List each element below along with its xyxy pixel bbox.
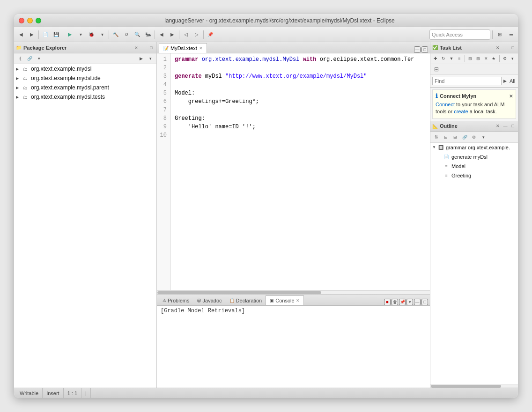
task-settings-button[interactable]: ⚙ bbox=[502, 54, 509, 63]
outline-expand-button[interactable]: ⊞ bbox=[451, 133, 459, 141]
tab-console[interactable]: ▣ Console ✕ bbox=[266, 295, 303, 305]
task-delete-button[interactable]: ✕ bbox=[482, 54, 489, 63]
outline-item-greeting[interactable]: ≡ Greeting bbox=[430, 171, 518, 180]
nav-back-button[interactable]: ◁ bbox=[181, 29, 191, 40]
link-editor-button[interactable]: 🔗 bbox=[25, 54, 34, 63]
close-task-button[interactable]: ✕ bbox=[495, 44, 501, 51]
project-icon-2: 🗂 bbox=[22, 74, 29, 82]
javadoc-icon: @ bbox=[197, 298, 201, 303]
editor-content[interactable]: 12345678910 grammar org.xtext.example.my… bbox=[157, 53, 430, 290]
outline-arrow-grammar: ▼ bbox=[432, 145, 437, 149]
task-filter-button[interactable]: ▼ bbox=[448, 54, 455, 63]
maximize-console-button[interactable]: □ bbox=[421, 299, 428, 305]
editor-tab-close[interactable]: ✕ bbox=[199, 46, 203, 51]
task-search-arrow[interactable]: ▶ bbox=[503, 79, 507, 83]
new-task-button[interactable]: ✚ bbox=[432, 54, 439, 63]
outline-scrollbar-h[interactable] bbox=[430, 384, 518, 388]
mylyn-close-button[interactable]: ✕ bbox=[509, 94, 513, 99]
separator-5 bbox=[179, 30, 179, 39]
close-button[interactable] bbox=[19, 18, 24, 23]
outline-content[interactable]: ▼ 🔲 grammar org.xtext.example. 📄 generat… bbox=[430, 143, 518, 384]
console-close[interactable]: ✕ bbox=[296, 298, 300, 303]
view-menu-button[interactable]: ▾ bbox=[35, 54, 43, 63]
task-expand-button[interactable]: ⊞ bbox=[474, 54, 481, 63]
line-area: 12345678910 grammar org.xtext.example.my… bbox=[157, 53, 430, 290]
tab-declaration[interactable]: 📋 Declaration bbox=[226, 295, 266, 305]
left-panel: 📁 Package Explorer ✕ — □ ⟪ 🔗 ▾ ▶ ▾ ▶ bbox=[14, 42, 157, 388]
tree-item-tests[interactable]: ▶ 🗂 org.xtext.example.mydsl.tests bbox=[14, 92, 156, 102]
status-separator-bar: | bbox=[81, 388, 91, 398]
minimize-explorer-button[interactable]: — bbox=[140, 44, 147, 51]
prev-edit-button[interactable]: ◀ bbox=[156, 29, 167, 40]
right-panel: ✅ Task List ✕ — □ ✚ ↻ ▼ ≡ ⊟ ⊞ ✕ bbox=[430, 42, 518, 388]
task-group-button[interactable]: ≡ bbox=[456, 54, 463, 63]
console-clear-button[interactable]: 🗑 bbox=[392, 299, 398, 305]
refresh-button[interactable]: ↺ bbox=[121, 29, 132, 40]
forward-button[interactable]: ▶ bbox=[27, 29, 37, 40]
run-dropdown[interactable]: ▾ bbox=[75, 29, 86, 40]
tab-javadoc[interactable]: @ Javadoc bbox=[193, 295, 225, 305]
nav-fwd-button[interactable]: ▷ bbox=[192, 29, 202, 40]
outline-item-model[interactable]: ≡ Model bbox=[430, 162, 518, 171]
build-button[interactable]: 🔨 bbox=[111, 29, 121, 40]
maximize-task-button[interactable]: □ bbox=[510, 44, 516, 51]
minimize-editor-button[interactable]: — bbox=[414, 46, 421, 53]
task-mark-button[interactable]: ★ bbox=[490, 54, 497, 63]
maximize-outline-button[interactable]: □ bbox=[510, 123, 516, 129]
outline-sort-button[interactable]: ⇅ bbox=[432, 133, 441, 141]
explorer-content[interactable]: ▶ 🗂 org.xtext.example.mydsl ▶ 🗂 org.xtex… bbox=[14, 64, 156, 388]
outline-menu-button[interactable]: ▾ bbox=[479, 133, 488, 141]
explorer-menu-button[interactable]: ▾ bbox=[146, 54, 155, 63]
minimize-button[interactable] bbox=[27, 18, 33, 23]
code-content[interactable]: grammar org.xtext.example.mydsl.MyDsl wi… bbox=[171, 53, 430, 290]
outline-settings-button[interactable]: ⚙ bbox=[470, 133, 478, 141]
tab-problems[interactable]: ⚠ Problems bbox=[159, 295, 193, 305]
task-collapse-button[interactable]: ⊟ bbox=[467, 54, 474, 63]
save-button[interactable]: 💾 bbox=[51, 29, 61, 40]
search-button[interactable]: 🔍 bbox=[132, 29, 142, 40]
next-edit-button[interactable]: ▶ bbox=[167, 29, 177, 40]
task-collapse-all[interactable]: ⊟ bbox=[432, 65, 441, 74]
mylyn-panel: ℹ Connect Mylyn ✕ Connect to your task a… bbox=[432, 89, 516, 119]
connect-link[interactable]: Connect bbox=[436, 102, 455, 107]
tree-item-mydsl[interactable]: ▶ 🗂 org.xtext.example.mydsl bbox=[14, 64, 156, 74]
maximize-button[interactable] bbox=[36, 18, 41, 23]
debug-dropdown[interactable]: ▾ bbox=[97, 29, 107, 40]
minimize-outline-button[interactable]: — bbox=[502, 123, 509, 129]
tab-controls: — □ bbox=[414, 46, 430, 53]
outline-link-button[interactable]: 🔗 bbox=[460, 133, 469, 141]
open-perspective-button[interactable]: ⊞ bbox=[495, 29, 505, 40]
forward-history-button[interactable]: ▶ bbox=[137, 54, 145, 63]
debug-button[interactable]: 🐞 bbox=[86, 29, 96, 40]
model-icon: ≡ bbox=[443, 162, 450, 170]
all-label[interactable]: All bbox=[510, 78, 515, 84]
task-search-input[interactable] bbox=[432, 77, 502, 85]
tree-item-parent[interactable]: ▶ 🗂 org.xtext.example.mydsl.parent bbox=[14, 83, 156, 92]
back-button[interactable]: ◀ bbox=[16, 29, 26, 40]
collapse-all-button[interactable]: ⟪ bbox=[16, 54, 24, 63]
outline-collapse-button[interactable]: ⊟ bbox=[442, 133, 450, 141]
editor-tab-mydsl[interactable]: 📝 MyDsl.xtext ✕ bbox=[159, 43, 207, 53]
minimize-task-button[interactable]: — bbox=[502, 44, 509, 51]
maximize-editor-button[interactable]: □ bbox=[421, 46, 428, 53]
editor-scrollbar-h[interactable] bbox=[157, 290, 430, 294]
create-link[interactable]: create bbox=[454, 109, 468, 114]
console-menu-button[interactable]: ▾ bbox=[406, 299, 413, 305]
console-pin-button[interactable]: 📌 bbox=[399, 299, 406, 305]
pin-button[interactable]: 📌 bbox=[205, 29, 215, 40]
close-outline-button[interactable]: ✕ bbox=[495, 123, 501, 129]
task-chevron-button[interactable]: ▾ bbox=[509, 54, 516, 63]
perspective-menu[interactable]: ☰ bbox=[506, 29, 516, 40]
quick-access-box[interactable]: Quick Access bbox=[429, 29, 490, 40]
outline-item-generate[interactable]: 📄 generate myDsl bbox=[430, 152, 518, 162]
task-sync-button[interactable]: ↻ bbox=[440, 54, 447, 63]
maximize-explorer-button[interactable]: □ bbox=[148, 44, 155, 51]
ant-button[interactable]: 🐜 bbox=[143, 29, 153, 40]
console-stop-button[interactable]: ■ bbox=[384, 299, 391, 305]
minimize-console-button[interactable]: — bbox=[414, 299, 421, 305]
tree-item-mydsl-ide[interactable]: ▶ 🗂 org.xtext.example.mydsl.ide bbox=[14, 74, 156, 83]
close-explorer-button[interactable]: ✕ bbox=[133, 44, 140, 51]
run-button[interactable]: ▶ bbox=[65, 29, 75, 40]
outline-item-grammar[interactable]: ▼ 🔲 grammar org.xtext.example. bbox=[430, 143, 518, 152]
new-button[interactable]: 📄 bbox=[40, 29, 51, 40]
